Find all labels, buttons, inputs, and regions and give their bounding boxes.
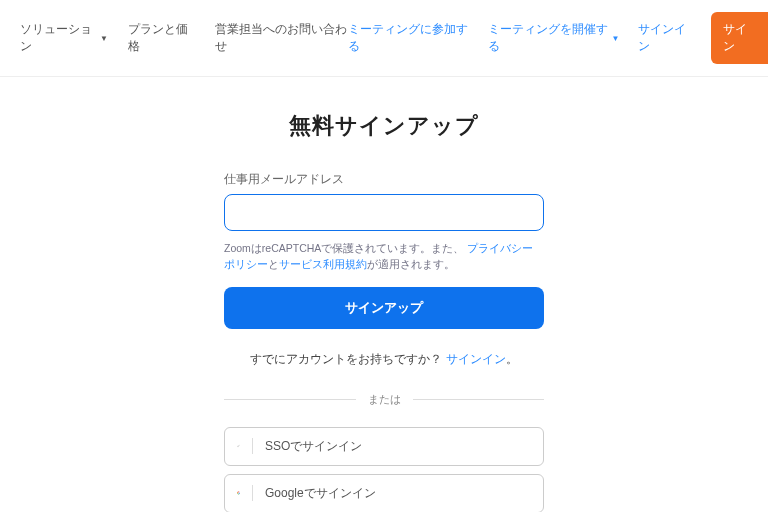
nav-host-meeting[interactable]: ミーティングを開催する▼	[488, 21, 620, 55]
nav-signup-button[interactable]: サイン	[711, 12, 768, 64]
tos-link[interactable]: サービス利用規約	[279, 258, 367, 270]
email-input[interactable]	[224, 194, 544, 231]
or-divider: または	[224, 392, 544, 407]
svg-point-0	[238, 446, 239, 447]
page-title: 無料サインアップ	[224, 111, 544, 141]
sso-label: SSOでサインイン	[265, 438, 362, 455]
nav-join-meeting[interactable]: ミーティングに参加する	[348, 21, 470, 55]
chevron-down-icon: ▼	[612, 34, 620, 43]
signin-link[interactable]: サインイン	[446, 352, 506, 366]
nav-left: ソリューション▼ プランと価格 営業担当へのお問い合わせ	[20, 21, 348, 55]
chevron-down-icon: ▼	[100, 34, 108, 43]
nav-solutions[interactable]: ソリューション▼	[20, 21, 108, 55]
key-icon	[237, 438, 253, 454]
top-nav: ソリューション▼ プランと価格 営業担当へのお問い合わせ ミーティングに参加する…	[0, 0, 768, 77]
google-icon	[237, 485, 253, 501]
nav-signin[interactable]: サインイン	[638, 21, 693, 55]
nav-right: ミーティングに参加する ミーティングを開催する▼ サインイン サイン	[348, 12, 768, 64]
signup-form: 無料サインアップ 仕事用メールアドレス ZoomはreCAPTCHAで保護されて…	[224, 111, 544, 512]
nav-plans[interactable]: プランと価格	[128, 21, 195, 55]
sso-signin-button[interactable]: SSOでサインイン	[224, 427, 544, 466]
google-signin-button[interactable]: Googleでサインイン	[224, 474, 544, 513]
already-account: すでにアカウントをお持ちですか？ サインイン。	[224, 351, 544, 368]
nav-contact-sales[interactable]: 営業担当へのお問い合わせ	[215, 21, 348, 55]
signup-button[interactable]: サインアップ	[224, 287, 544, 329]
email-label: 仕事用メールアドレス	[224, 171, 544, 188]
google-label: Googleでサインイン	[265, 485, 376, 502]
recaptcha-note: ZoomはreCAPTCHAで保護されています。また、 プライバシーポリシーとサ…	[224, 241, 544, 273]
